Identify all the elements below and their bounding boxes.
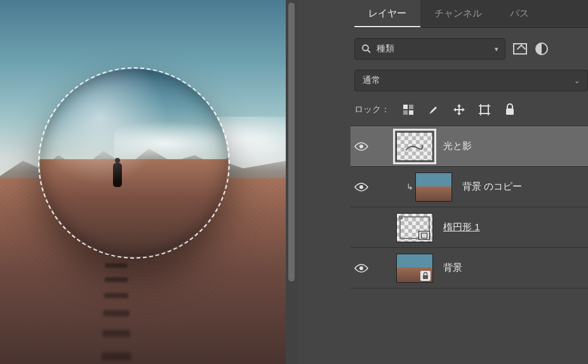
svg-rect-3 [409,105,413,109]
lock-all-icon[interactable] [503,103,517,117]
svg-rect-6 [481,106,488,114]
lock-icons [401,103,517,117]
sphere-composite [39,68,229,257]
svg-rect-2 [403,105,408,109]
svg-point-13 [359,185,363,189]
filter-label: 種類 [377,43,394,55]
tab-channels[interactable]: チャンネル [420,0,496,27]
layer-name[interactable]: 背景 のコピー [462,181,522,193]
layer-thumbnail[interactable] [396,254,433,283]
image-filter-icon[interactable] [513,42,527,56]
layers-panel: レイヤー チャンネル パス 種類 ▾ 通常 ⌄ ロック： [297,0,588,364]
lock-brush-icon[interactable] [427,103,441,117]
layer-row[interactable]: ↳ 背景 のコピー [351,167,588,207]
layer-name[interactable]: 光と影 [443,140,472,152]
chevron-down-icon: ▾ [495,45,498,53]
svg-rect-5 [409,110,413,115]
layer-thumbnail[interactable] [396,213,433,242]
layer-row[interactable]: 背景 [351,248,588,289]
blend-mode-value: 通常 [363,75,380,86]
visibility-toggle[interactable] [353,263,378,273]
visibility-toggle[interactable] [353,141,378,152]
svg-point-0 [363,45,368,51]
svg-line-1 [368,50,370,53]
svg-point-12 [359,145,363,148]
document-canvas[interactable] [0,0,286,364]
layer-row[interactable]: 光と影 [351,126,588,167]
lock-position-icon[interactable] [452,103,466,117]
tab-layers[interactable]: レイヤー [354,0,420,27]
layer-row[interactable]: 楕円形 1 [351,207,588,248]
panel-tabs: レイヤー チャンネル パス [354,0,588,28]
canvas-scrollbar[interactable] [286,0,297,364]
layer-name[interactable]: 楕円形 1 [443,221,480,233]
lock-badge-icon [420,271,431,281]
lock-transparency-icon[interactable] [401,103,415,117]
svg-rect-11 [506,108,514,115]
scrollbar-thumb[interactable] [288,3,295,282]
visibility-toggle[interactable] [353,182,378,192]
search-icon [361,44,371,54]
tab-paths[interactable]: パス [496,0,543,27]
lock-artboard-icon[interactable] [478,103,491,117]
layer-name[interactable]: 背景 [443,262,462,274]
layer-thumbnail[interactable] [396,132,433,161]
clipping-mask-icon: ↳ [404,182,415,192]
canvas-area[interactable] [0,0,286,364]
svg-rect-4 [403,110,408,115]
vector-mask-badge [418,231,430,240]
layer-thumbnail[interactable] [415,172,452,202]
adjustment-icon[interactable] [535,42,549,56]
layer-filter-select[interactable]: 種類 ▾ [354,38,505,60]
lock-label: ロック： [354,104,390,115]
layers-list: 光と影 ↳ 背景 のコピー 楕円形 1 [351,126,588,289]
chevron-down-icon: ⌄ [574,77,580,85]
blend-mode-select[interactable]: 通常 ⌄ [354,70,588,91]
svg-rect-15 [423,275,428,279]
svg-point-14 [359,266,363,270]
